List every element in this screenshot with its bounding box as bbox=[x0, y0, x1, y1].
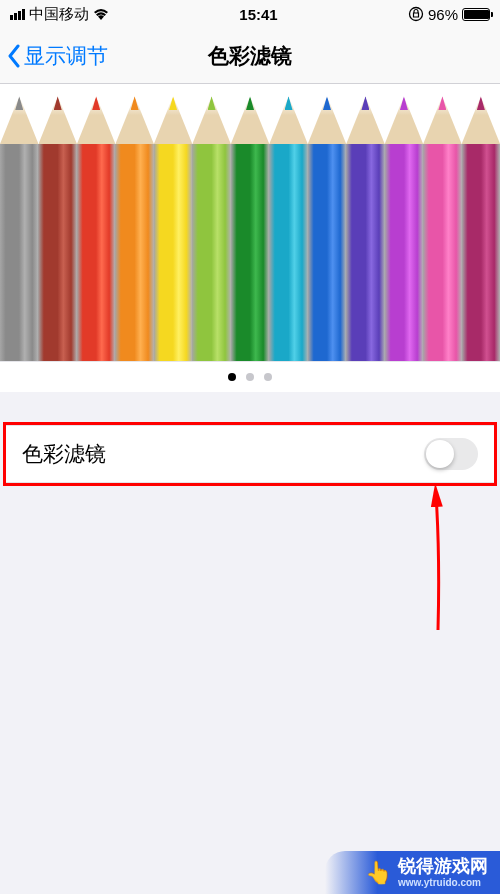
battery-pct: 96% bbox=[428, 6, 458, 23]
pencil bbox=[192, 84, 230, 361]
pencil bbox=[423, 84, 461, 361]
page-indicator[interactable] bbox=[0, 362, 500, 392]
wifi-icon bbox=[93, 8, 109, 20]
color-filter-switch[interactable] bbox=[424, 438, 478, 470]
carrier-label: 中国移动 bbox=[29, 5, 89, 24]
pointer-icon: 👆 bbox=[365, 860, 392, 886]
status-left: 中国移动 bbox=[10, 5, 109, 24]
pencil bbox=[346, 84, 384, 361]
signal-icon bbox=[10, 9, 25, 20]
arrow-annotation bbox=[418, 485, 458, 639]
spacer bbox=[0, 392, 500, 422]
switch-knob bbox=[426, 440, 454, 468]
cell-label: 色彩滤镜 bbox=[22, 440, 106, 468]
pencil bbox=[462, 84, 500, 361]
watermark-text: 锐得游戏网 bbox=[398, 857, 488, 877]
orientation-lock-icon bbox=[408, 6, 424, 22]
watermark-url: www.ytruido.com bbox=[398, 877, 488, 888]
status-bar: 中国移动 15:41 96% bbox=[0, 0, 500, 28]
pencils-image bbox=[0, 84, 500, 362]
watermark: 👆 锐得游戏网 www.ytruido.com bbox=[325, 851, 500, 894]
pencil-pager[interactable] bbox=[0, 84, 500, 392]
pencil bbox=[115, 84, 153, 361]
status-time: 15:41 bbox=[239, 6, 277, 23]
nav-bar: 显示调节 色彩滤镜 bbox=[0, 28, 500, 84]
back-button[interactable]: 显示调节 bbox=[6, 42, 108, 70]
page-dot[interactable] bbox=[228, 373, 236, 381]
pencil bbox=[0, 84, 38, 361]
battery-icon bbox=[462, 8, 490, 21]
pencil bbox=[38, 84, 76, 361]
pencil bbox=[154, 84, 192, 361]
status-right: 96% bbox=[408, 6, 490, 23]
page-dot[interactable] bbox=[246, 373, 254, 381]
pencil bbox=[77, 84, 115, 361]
pencil bbox=[269, 84, 307, 361]
pencil bbox=[385, 84, 423, 361]
chevron-left-icon bbox=[6, 44, 22, 68]
page-dot[interactable] bbox=[264, 373, 272, 381]
page-title: 色彩滤镜 bbox=[208, 42, 292, 70]
back-label: 显示调节 bbox=[24, 42, 108, 70]
highlight-annotation: 色彩滤镜 bbox=[3, 422, 497, 486]
pencil bbox=[308, 84, 346, 361]
pencil bbox=[231, 84, 269, 361]
color-filter-cell: 色彩滤镜 bbox=[6, 425, 494, 483]
